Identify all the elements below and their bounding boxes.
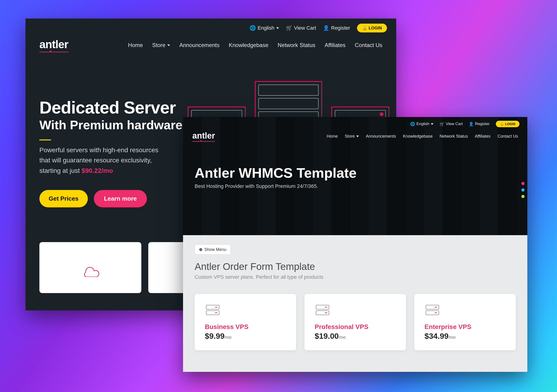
plan-card-business[interactable]: Business VPS $9.99/mo (195, 294, 296, 350)
show-menu-button[interactable]: ⊕ Show Menu (195, 245, 231, 255)
register-link[interactable]: 👤Register (469, 122, 490, 126)
hero-price: $90.22/mo (82, 167, 113, 174)
plan-price: $34.99/mo (425, 332, 506, 341)
learn-more-button[interactable]: Learn more (94, 190, 147, 207)
globe-icon: 🌐 (410, 122, 415, 126)
window-whmcs-template: 🌐English 🛒View Cart 👤Register 🔒LOGIN ant… (183, 117, 527, 372)
main-nav: antler Home Store Announcements Knowledg… (25, 33, 396, 52)
register-link[interactable]: 👤 Register (323, 25, 350, 31)
chevron-down-icon (167, 44, 170, 46)
nav-contact[interactable]: Contact Us (498, 134, 518, 139)
view-cart-link[interactable]: 🛒View Cart (440, 122, 463, 126)
nav-menu: Home Store Announcements Knowledgebase N… (327, 134, 518, 139)
section-heading: Antler Order Form Template (195, 261, 516, 272)
nav-network-status[interactable]: Network Status (440, 134, 468, 139)
user-plus-icon: 👤 (323, 25, 329, 31)
plan-name: Enterprise VPS (425, 323, 506, 331)
nav-menu: Home Store Announcements Knowledgebase N… (128, 42, 382, 49)
nav-home[interactable]: Home (128, 42, 143, 49)
plan-price: $19.00/mo (315, 332, 396, 341)
nav-store[interactable]: Store (152, 42, 170, 49)
cart-icon: 🛒 (440, 122, 444, 126)
nav-network-status[interactable]: Network Status (278, 42, 315, 49)
lock-icon: 🔒 (500, 122, 504, 126)
plus-circle-icon: ⊕ (199, 247, 203, 252)
logo[interactable]: antler (39, 38, 68, 52)
cloud-icon (79, 258, 102, 277)
login-button[interactable]: 🔒LOGIN (496, 121, 519, 127)
page-subtitle: Best Hosting Provider with Support Premi… (195, 183, 516, 189)
nav-contact[interactable]: Contact Us (355, 42, 382, 49)
server-icon (315, 304, 331, 317)
nav-store[interactable]: Store (345, 134, 359, 139)
plan-name: Business VPS (205, 323, 286, 331)
nav-home[interactable]: Home (327, 134, 338, 139)
hero-description: Powerful servers with high-end resources… (39, 145, 169, 176)
front-hero: 🌐English 🛒View Cart 👤Register 🔒LOGIN ant… (183, 117, 527, 235)
server-icon (425, 304, 441, 317)
lock-icon: 🔒 (362, 25, 367, 31)
nav-knowledgebase[interactable]: Knowledgebase (229, 42, 268, 49)
language-switcher[interactable]: 🌐 English (250, 25, 279, 31)
indicator-dot[interactable] (521, 182, 524, 185)
top-utility-bar: 🌐 English 🛒 View Cart 👤 Register 🔒 LOGIN (25, 18, 396, 33)
server-icon (205, 304, 221, 317)
feature-card[interactable] (39, 242, 141, 293)
nav-announcements[interactable]: Announcements (179, 42, 219, 49)
main-nav: antler Home Store Announcements Knowledg… (183, 127, 527, 142)
globe-icon: 🌐 (250, 25, 256, 31)
plan-price: $9.99/mo (205, 332, 286, 341)
order-form-section: ⊕ Show Menu Antler Order Form Template C… (183, 235, 527, 359)
user-plus-icon: 👤 (469, 122, 474, 126)
section-sub: Custom VPS server plans. Perfect for all… (195, 274, 516, 280)
plan-name: Professional VPS (315, 323, 396, 331)
logo[interactable]: antler (192, 131, 215, 142)
get-prices-button[interactable]: Get Prices (39, 190, 88, 207)
page-title: Antler WHMCS Template (195, 165, 516, 181)
plan-card-enterprise[interactable]: Enterprise VPS $34.99/mo (414, 294, 516, 350)
chevron-down-icon (431, 123, 434, 125)
nav-announcements[interactable]: Announcements (366, 134, 396, 139)
indicator-dot[interactable] (521, 195, 524, 198)
view-cart-link[interactable]: 🛒 View Cart (286, 25, 316, 31)
top-utility-bar: 🌐English 🛒View Cart 👤Register 🔒LOGIN (183, 117, 527, 127)
chevron-down-icon (276, 27, 279, 29)
cart-icon: 🛒 (286, 25, 292, 31)
divider (39, 139, 51, 140)
login-button[interactable]: 🔒 LOGIN (357, 24, 387, 33)
language-switcher[interactable]: 🌐English (410, 122, 434, 126)
nav-affiliates[interactable]: Affiliates (475, 134, 491, 139)
nav-affiliates[interactable]: Affiliates (325, 42, 345, 49)
page-indicator[interactable] (521, 182, 524, 198)
indicator-dot[interactable] (521, 188, 524, 192)
plans-grid: Business VPS $9.99/mo Professional VPS $… (195, 294, 516, 350)
nav-knowledgebase[interactable]: Knowledgebase (403, 134, 433, 139)
chevron-down-icon (356, 136, 359, 137)
plan-card-professional[interactable]: Professional VPS $19.00/mo (304, 294, 406, 350)
